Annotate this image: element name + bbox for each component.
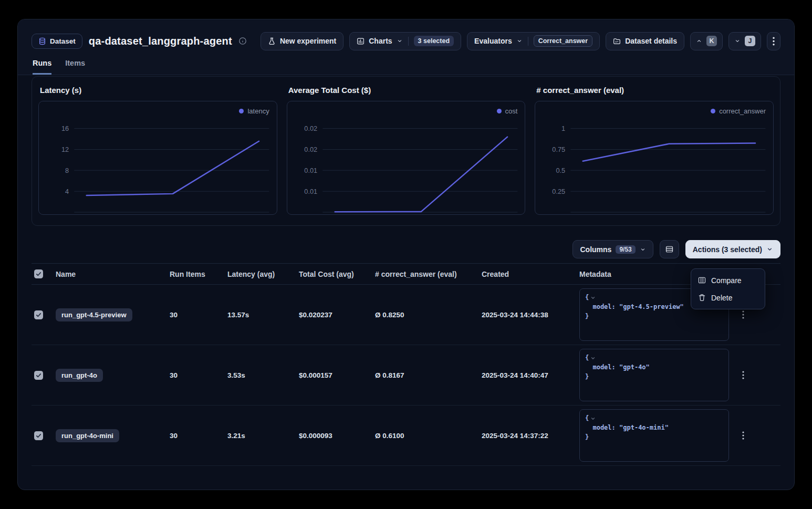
new-experiment-button[interactable]: New experiment [261,32,343,50]
columns-count-badge: 9/53 [616,245,635,254]
columns-label: Columns [580,245,611,254]
kebab-menu-icon [742,310,744,319]
charts-label: Charts [369,37,392,45]
correct-answer-cell: Ø 0.6100 [375,432,482,440]
metadata-line: model: "gpt-4o-mini" [585,423,669,432]
row-menu-button[interactable] [739,369,747,381]
created-cell: 2025-03-24 14:40:47 [482,371,579,379]
metadata-line: } [585,311,589,321]
metadata-json[interactable]: { model: "gpt-4o-mini"} [579,409,729,462]
svg-text:0.01: 0.01 [304,167,317,174]
total-cost-cell: $0.000093 [299,432,375,440]
svg-text:1: 1 [561,125,565,132]
chevron-down-icon [766,246,773,253]
legend-label: cost [505,107,518,115]
column-header[interactable]: Created [482,270,579,278]
charts-dropdown-button[interactable]: Charts 3 selected [349,32,461,50]
database-icon [38,37,46,45]
total-cost-cell: $0.020237 [299,311,375,319]
chart-legend: correct_answer [711,107,766,115]
chart-title: Latency (s) [40,86,277,95]
column-header[interactable]: Total Cost (avg) [299,270,375,278]
actions-button[interactable]: Actions (3 selected) [685,240,780,258]
column-header[interactable]: Name [56,270,170,278]
latency-cell: 3.21s [227,432,299,440]
keyboard-shortcut-j: J [745,36,755,46]
svg-text:0.75: 0.75 [553,146,566,153]
table-row[interactable]: run_gpt-4.5-preview 30 13.57s $0.020237 … [32,285,780,345]
prev-item-button[interactable]: K [690,32,723,50]
row-menu-button[interactable] [739,429,747,442]
menu-item-label: Delete [711,294,732,302]
metadata-line: model: "gpt-4o" [585,362,650,372]
row-height-button[interactable] [660,240,679,258]
more-options-button[interactable] [767,32,780,50]
chevron-up-icon [696,38,702,44]
menu-item-delete[interactable]: Delete [694,289,762,306]
chart-legend: latency [239,107,269,115]
next-item-button[interactable]: J [728,32,761,50]
collapse-icon[interactable] [590,356,596,361]
row-menu-button[interactable] [739,308,747,321]
chart-latency: Latency (s)161284latency [38,86,277,215]
keyboard-shortcut-k: K [706,36,717,46]
row-checkbox[interactable] [34,431,43,440]
svg-text:4: 4 [65,188,69,195]
evaluators-dropdown-button[interactable]: Evaluators Correct_answer [467,32,600,50]
chart-card: 10.750.50.25correct_answer [535,101,774,215]
metadata-line: model: "gpt-4.5-preview" [585,302,684,311]
run-items-cell: 30 [170,432,227,440]
legend-dot [497,109,502,113]
run-name-pill[interactable]: run_gpt-4o-mini [56,429,119,442]
kebab-menu-icon [773,37,775,46]
tab-runs[interactable]: Runs [33,59,51,75]
chevron-down-icon [640,246,646,253]
column-header[interactable]: Latency (avg) [227,270,299,278]
check-icon [36,271,41,277]
run-items-cell: 30 [170,371,227,379]
run-name-pill[interactable]: run_gpt-4o [56,369,103,382]
row-checkbox[interactable] [34,310,43,319]
table-controls: Columns 9/53 Actions (3 selected) [32,240,780,258]
flask-icon [268,37,276,45]
kebab-menu-icon [742,431,744,440]
actions-label: Actions (3 selected) [693,245,762,254]
created-cell: 2025-03-24 14:44:38 [482,311,579,319]
svg-text:0.01: 0.01 [304,188,317,195]
collapse-icon[interactable] [590,295,596,300]
svg-text:0.02: 0.02 [304,125,317,132]
line-chart: 10.750.50.25 [535,101,773,214]
bar-chart-icon [357,37,365,45]
chart-card: 0.020.020.010.01cost [287,101,526,215]
collapse-icon[interactable] [590,416,596,421]
check-icon [36,372,41,378]
menu-item-compare[interactable]: Compare [694,272,762,289]
select-all-checkbox[interactable] [34,269,43,278]
line-chart: 0.020.020.010.01 [287,101,525,214]
columns-button[interactable]: Columns 9/53 [572,240,653,258]
tab-items[interactable]: Items [65,59,85,75]
column-header[interactable]: Run Items [170,270,227,278]
table-row[interactable]: run_gpt-4o-mini 30 3.21s $0.000093 Ø 0.6… [32,406,780,466]
tab-bar: RunsItems [32,59,780,75]
trash-icon [698,294,706,302]
actions-menu: CompareDelete [691,268,765,309]
folder-icon [613,37,621,45]
info-icon[interactable] [238,37,247,45]
run-name-pill[interactable]: run_gpt-4.5-preview [56,308,132,321]
evaluators-label: Evaluators [474,37,512,45]
row-checkbox[interactable] [34,371,43,380]
metadata-json[interactable]: { model: "gpt-4o"} [579,349,729,401]
chart-legend: cost [497,107,518,115]
svg-text:16: 16 [61,125,69,132]
check-icon [36,312,41,318]
dataset-details-button[interactable]: Dataset details [606,32,684,50]
dataset-badge: Dataset [32,34,82,49]
dataset-details-label: Dataset details [625,37,677,45]
svg-text:8: 8 [65,167,69,174]
svg-text:0.02: 0.02 [304,146,317,153]
column-header[interactable]: # correct_answer (eval) [375,270,482,278]
table-row[interactable]: run_gpt-4o 30 3.53s $0.000157 Ø 0.8167 2… [32,345,780,406]
latency-cell: 3.53s [227,371,299,379]
correct-answer-cell: Ø 0.8167 [375,371,482,379]
